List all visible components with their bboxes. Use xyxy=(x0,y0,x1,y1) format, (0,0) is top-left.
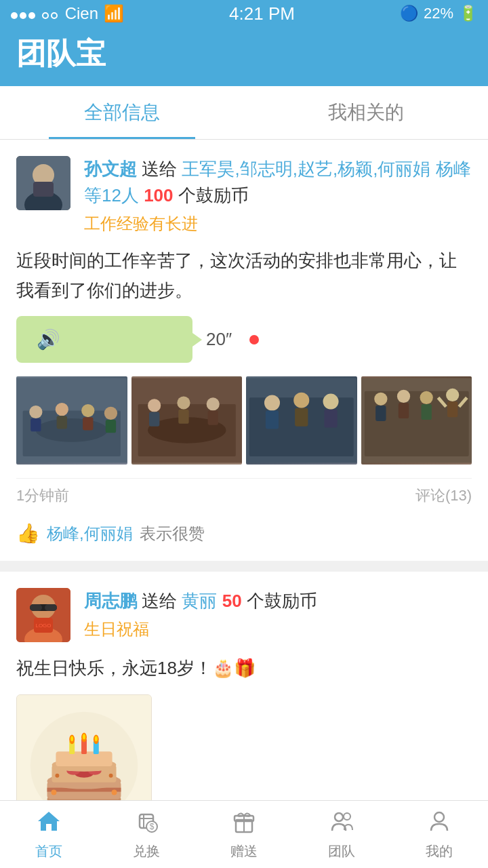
avatar-1 xyxy=(16,156,70,210)
exchange-icon: $ xyxy=(134,809,159,840)
post-header-2: LOGO 周志鹏 送给 黄丽 50 个鼓励币 生日祝福 xyxy=(16,588,472,642)
post-footer-1: 1分钟前 评论(13) xyxy=(16,478,472,513)
nav-home-label: 首页 xyxy=(35,842,62,861)
post-title-1: 孙文超 送给 王军昊,邹志明,赵艺,杨颖,何丽娟 杨峰 等12人 100 个鼓励… xyxy=(84,156,472,209)
svg-rect-14 xyxy=(106,420,116,433)
sender-2: 周志鹏 xyxy=(84,591,137,611)
svg-point-7 xyxy=(29,406,42,418)
battery-icon: 🔋 xyxy=(459,5,477,22)
coins-1: 100 xyxy=(144,185,173,205)
wifi-icon: 📶 xyxy=(104,4,124,23)
post-title-2: 周志鹏 送给 黄丽 50 个鼓励币 xyxy=(84,588,472,614)
avatar-image-1 xyxy=(16,156,70,210)
status-time: 4:21 PM xyxy=(229,3,295,24)
like-icon-1[interactable]: 👍 xyxy=(16,522,40,545)
status-bar: Cien 📶 4:21 PM 🔵 22% 🔋 xyxy=(0,0,488,27)
svg-rect-37 xyxy=(398,403,408,418)
gift-icon xyxy=(232,809,256,840)
svg-point-9 xyxy=(56,403,68,416)
svg-point-76 xyxy=(112,789,117,795)
svg-point-30 xyxy=(323,394,338,410)
voice-message-1[interactable]: 🔊 20″ xyxy=(16,316,472,363)
category-2: 生日祝福 xyxy=(84,618,472,640)
app-header: 团队宝 xyxy=(0,27,488,86)
tab-all[interactable]: 全部信息 xyxy=(0,86,244,139)
svg-rect-27 xyxy=(266,411,279,429)
svg-point-87 xyxy=(344,813,350,820)
svg-rect-35 xyxy=(375,406,386,421)
battery-label: 22% xyxy=(424,5,453,22)
svg-rect-48 xyxy=(45,604,57,611)
svg-rect-10 xyxy=(57,416,67,429)
like-names-1: 杨峰,何丽娟 xyxy=(47,523,133,545)
svg-point-13 xyxy=(104,407,117,420)
nav-me-label: 我的 xyxy=(426,842,453,861)
svg-point-22 xyxy=(206,398,219,411)
svg-rect-23 xyxy=(207,411,218,425)
carrier-label: Cien xyxy=(65,4,98,23)
nav-home[interactable]: 首页 xyxy=(0,802,98,867)
home-icon xyxy=(37,809,61,840)
svg-rect-39 xyxy=(421,404,431,420)
voice-bubble[interactable]: 🔊 xyxy=(16,316,192,363)
app-title: 团队宝 xyxy=(16,34,472,74)
post-text-2: 祝生日快乐，永远18岁！🎂🎁 xyxy=(16,653,472,683)
svg-rect-12 xyxy=(83,418,93,431)
svg-text:$: $ xyxy=(150,822,155,831)
svg-point-34 xyxy=(374,393,387,406)
svg-point-18 xyxy=(148,399,161,412)
coins-2: 50 xyxy=(222,591,242,611)
svg-point-88 xyxy=(434,812,444,822)
svg-point-6 xyxy=(36,418,108,442)
svg-rect-8 xyxy=(30,418,41,431)
post-meta-1: 孙文超 送给 王军昊,邹志明,赵艺,杨颖,何丽娟 杨峰 等12人 100 个鼓励… xyxy=(84,156,472,235)
svg-point-71 xyxy=(83,734,85,739)
sender-1: 孙文超 xyxy=(84,159,137,179)
svg-point-26 xyxy=(264,395,280,411)
svg-rect-3 xyxy=(33,182,54,197)
nav-gift[interactable]: 赠送 xyxy=(195,802,293,867)
svg-point-69 xyxy=(70,736,73,741)
svg-rect-19 xyxy=(148,412,159,427)
svg-point-28 xyxy=(293,393,309,408)
voice-waves-icon: 🔊 xyxy=(37,328,60,351)
svg-point-86 xyxy=(335,813,343,821)
svg-marker-79 xyxy=(38,812,60,831)
post-text-1: 近段时间的工作辛苦了，这次活动的安排也非常用心，让我看到了你们的进步。 xyxy=(16,245,472,305)
post-card-1: 孙文超 送给 王军昊,邹志明,赵艺,杨颖,何丽娟 杨峰 等12人 100 个鼓励… xyxy=(0,140,488,561)
svg-point-11 xyxy=(81,404,94,417)
nav-exchange-label: 兑换 xyxy=(133,842,160,861)
post-image-4[interactable] xyxy=(361,376,472,465)
svg-point-77 xyxy=(55,773,59,777)
post-comments-1[interactable]: 评论(13) xyxy=(415,486,472,506)
svg-point-75 xyxy=(51,789,56,795)
post-likes-1: 👍 杨峰,何丽娟 表示很赞 xyxy=(16,522,472,545)
post-image-1[interactable] xyxy=(16,376,127,465)
post-image-2[interactable] xyxy=(131,376,243,465)
svg-rect-31 xyxy=(324,410,337,428)
recipients-2: 黄丽 xyxy=(182,591,217,611)
nav-gift-label: 赠送 xyxy=(230,842,258,861)
svg-text:LOGO: LOGO xyxy=(35,623,51,629)
svg-point-78 xyxy=(109,773,113,777)
post-time-1: 1分钟前 xyxy=(16,486,69,506)
voice-duration: 20″ xyxy=(206,329,232,350)
bluetooth-icon: 🔵 xyxy=(400,5,418,22)
svg-point-36 xyxy=(396,390,409,403)
svg-rect-29 xyxy=(295,408,308,427)
signal-dots xyxy=(11,4,60,23)
post-image-3[interactable] xyxy=(246,376,357,465)
svg-rect-47 xyxy=(30,604,42,611)
status-right: 🔵 22% 🔋 xyxy=(400,5,477,22)
avatar-image-2: LOGO xyxy=(16,588,70,642)
nav-me[interactable]: 我的 xyxy=(390,802,488,867)
nav-team-label: 团队 xyxy=(328,842,355,861)
category-1: 工作经验有长进 xyxy=(84,213,472,235)
like-text-1: 表示很赞 xyxy=(140,523,205,545)
status-left: Cien 📶 xyxy=(11,4,124,23)
svg-rect-41 xyxy=(447,401,457,417)
nav-team[interactable]: 团队 xyxy=(293,802,390,867)
svg-point-73 xyxy=(95,736,98,741)
nav-exchange[interactable]: $ 兑换 xyxy=(98,802,195,867)
tab-mine[interactable]: 我相关的 xyxy=(244,86,488,139)
